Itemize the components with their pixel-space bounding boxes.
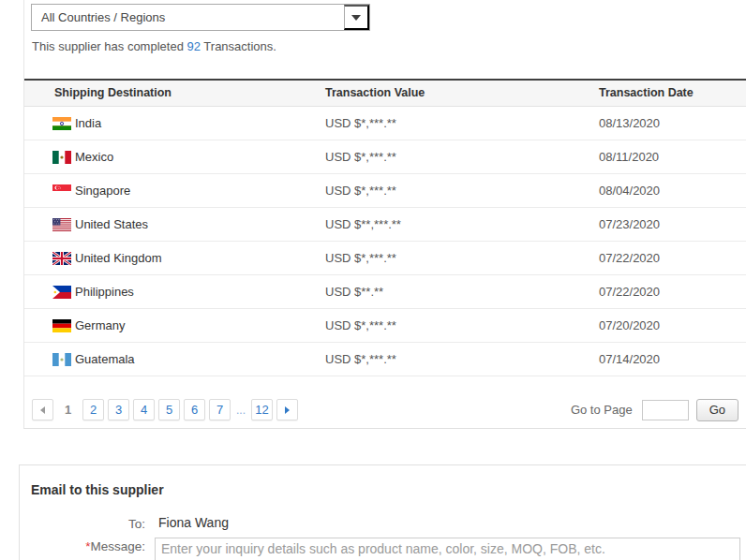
pagination-ellipsis: ...: [236, 404, 246, 417]
message-label-text: Message:: [90, 539, 145, 553]
transaction-date-cell: 08/11/2020: [598, 140, 746, 173]
flag-guatemala-icon: [52, 353, 71, 366]
shipping-destination-cell: Singapore: [24, 173, 324, 207]
pagination-bar: 1234567...12 Go to Page Go: [32, 399, 739, 421]
column-header-transaction-value: Transaction Value: [324, 80, 598, 106]
pagination-prev-button: [32, 399, 53, 420]
transactions-summary: This supplier has completed 92 Transacti…: [32, 39, 746, 53]
to-row: To: Fiona Wang: [31, 515, 746, 531]
country-name: Mexico: [75, 150, 113, 164]
pagination-page-12[interactable]: 12: [251, 399, 273, 420]
flag-india-icon: [52, 117, 71, 130]
pagination-page-6[interactable]: 6: [184, 399, 205, 420]
pagination-page-2[interactable]: 2: [82, 399, 104, 420]
go-button[interactable]: Go: [696, 399, 739, 421]
pagination-page-4[interactable]: 4: [133, 399, 155, 420]
pagination-page-7[interactable]: 7: [209, 399, 231, 420]
chevron-down-icon: [351, 15, 361, 21]
country-filter-value: All Countries / Regions: [32, 5, 344, 30]
country-name: United States: [75, 217, 148, 231]
table-row: IndiaUSD $*,***.**08/13/2020: [24, 106, 746, 140]
flag-united-kingdom-icon: [52, 252, 71, 265]
transactions-count-link[interactable]: 92: [186, 39, 200, 53]
message-label: *Message:: [31, 538, 145, 553]
shipping-destination-cell: United States: [24, 207, 324, 241]
transaction-value-cell: USD $*,***.**: [324, 173, 598, 207]
message-textarea[interactable]: [155, 538, 740, 560]
shipping-destination-cell: Philippines: [24, 274, 324, 308]
country-name: Philippines: [75, 285, 134, 299]
shipping-destination-cell: Mexico: [24, 140, 324, 173]
to-label: To:: [31, 515, 145, 531]
transaction-value-cell: USD $*,***.**: [324, 308, 598, 342]
table-row: United KingdomUSD $*,***.**07/22/2020: [24, 241, 746, 274]
shipping-destination-cell: India: [24, 106, 324, 140]
goto-page-input[interactable]: [642, 400, 689, 420]
message-row: *Message:: [31, 538, 746, 560]
transactions-body: IndiaUSD $*,***.**08/13/2020MexicoUSD $*…: [24, 106, 746, 376]
transaction-date-cell: 07/20/2020: [598, 308, 746, 342]
to-value: Fiona Wang: [158, 515, 229, 530]
shipping-destination-cell: Guatemala: [24, 342, 324, 376]
shipping-destination-cell: United Kingdom: [24, 241, 324, 274]
table-row: GermanyUSD $*,***.**07/20/2020: [24, 308, 746, 342]
transaction-date-cell: 07/22/2020: [598, 274, 746, 308]
pagination-page-3[interactable]: 3: [108, 399, 129, 420]
prev-page-icon: [40, 406, 45, 414]
transaction-value-cell: USD $*,***.**: [324, 241, 598, 274]
flag-mexico-icon: [52, 151, 71, 164]
column-header-transaction-date: Transaction Date: [598, 80, 746, 106]
transactions-table: Shipping Destination Transaction Value T…: [24, 79, 746, 376]
table-row: SingaporeUSD $*,***.**08/04/2020: [24, 173, 746, 207]
table-header-row: Shipping Destination Transaction Value T…: [24, 80, 746, 106]
transaction-value-cell: USD $*,***.**: [324, 106, 598, 140]
transaction-date-cell: 08/13/2020: [598, 106, 746, 140]
dropdown-arrow-button[interactable]: [344, 5, 369, 30]
transaction-date-cell: 07/23/2020: [598, 207, 746, 241]
column-header-shipping-destination: Shipping Destination: [24, 80, 324, 106]
country-name: United Kingdom: [75, 251, 162, 265]
transaction-date-cell: 07/22/2020: [598, 241, 746, 274]
country-name: India: [75, 116, 101, 130]
flag-singapore-icon: [52, 184, 71, 198]
table-row: GuatemalaUSD $*,***.**07/14/2020: [24, 342, 746, 376]
goto-page-group: Go to Page Go: [571, 399, 739, 421]
transaction-date-cell: 07/14/2020: [598, 342, 746, 376]
transaction-value-cell: USD $*,***.**: [324, 342, 598, 376]
next-page-icon: [285, 406, 290, 414]
table-row: United StatesUSD $**,***.**07/23/2020: [24, 207, 746, 241]
transaction-date-cell: 08/04/2020: [598, 173, 746, 207]
email-panel-title: Email to this supplier: [31, 482, 746, 497]
table-row: MexicoUSD $*,***.**08/11/2020: [24, 140, 746, 173]
country-name: Guatemala: [75, 352, 135, 366]
country-name: Germany: [75, 318, 125, 332]
pager: 1234567...12: [32, 399, 571, 420]
transaction-value-cell: USD $**,***.**: [324, 207, 598, 241]
transactions-panel: All Countries / Regions This supplier ha…: [23, 0, 746, 429]
goto-page-label: Go to Page: [571, 403, 633, 417]
email-supplier-panel: Email to this supplier To: Fiona Wang *M…: [19, 464, 746, 560]
country-region-filter[interactable]: All Countries / Regions: [31, 4, 370, 31]
flag-philippines-icon: [52, 286, 71, 299]
summary-prefix: This supplier has completed: [32, 39, 184, 53]
summary-suffix: Transactions.: [203, 39, 276, 53]
flag-united-states-icon: [52, 218, 71, 231]
country-name: Singapore: [75, 184, 130, 198]
pagination-next-button[interactable]: [276, 399, 298, 420]
pagination-page-5[interactable]: 5: [158, 399, 180, 420]
transaction-value-cell: USD $**.**: [324, 274, 598, 308]
pagination-current-page: 1: [57, 403, 79, 417]
table-row: PhilippinesUSD $**.**07/22/2020: [24, 274, 746, 308]
shipping-destination-cell: Germany: [24, 308, 324, 342]
transaction-value-cell: USD $*,***.**: [324, 140, 598, 173]
flag-germany-icon: [52, 319, 71, 332]
